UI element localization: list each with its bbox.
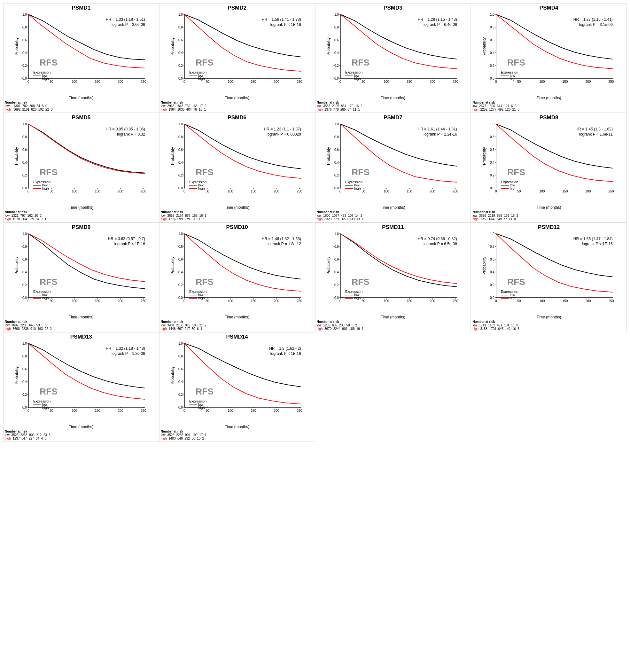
svg-text:high: high [198,296,205,300]
chart-psmd3: 0.0 0.2 0.4 0.6 0.8 1.0 0 50 100 150 [317,11,469,94]
svg-text:0.6: 0.6 [22,38,27,42]
svg-text:250: 250 [141,299,146,303]
svg-text:0.8: 0.8 [22,135,27,139]
svg-text:logrank P < 1E-16: logrank P < 1E-16 [270,22,301,27]
svg-text:200: 200 [118,409,123,412]
svg-text:0.4: 0.4 [178,380,183,384]
svg-text:0: 0 [184,190,186,193]
svg-text:RFS: RFS [40,277,57,287]
svg-text:Probability: Probability [170,366,175,384]
svg-text:100: 100 [227,190,233,193]
svg-text:50: 50 [517,80,521,83]
svg-text:150: 150 [250,190,256,193]
svg-text:logrank P = 6.4e-06: logrank P = 6.4e-06 [423,22,457,27]
svg-text:0.4: 0.4 [490,270,494,274]
svg-text:0.2: 0.2 [22,174,27,177]
svg-text:0.8: 0.8 [334,26,339,29]
svg-text:100: 100 [539,190,545,193]
svg-text:250: 250 [453,190,458,193]
svg-text:0: 0 [495,80,497,83]
svg-text:Probability: Probability [326,257,331,274]
svg-text:RFS: RFS [40,386,57,397]
panel-title-psmd6: PSMD6 [161,115,314,121]
svg-text:0.8: 0.8 [490,135,494,139]
svg-text:250: 250 [141,80,146,83]
svg-text:HR = 1.8 (1.62 - 2): HR = 1.8 (1.62 - 2) [269,346,301,351]
svg-text:HR = 1.32 (1.18 - 1.48): HR = 1.32 (1.18 - 1.48) [106,346,145,351]
svg-text:0.0: 0.0 [178,186,183,190]
svg-text:200: 200 [430,299,435,303]
svg-text:logrank P < 1E-16: logrank P < 1E-16 [582,242,613,246]
panel-title-psmd3: PSMD3 [317,5,469,11]
panel-psmd10: PSMD10 0.0 0.2 0.4 0.6 0.8 1.0 [159,222,315,332]
chart-psmd13: 0.0 0.2 0.4 0.6 0.8 1.0 0 50 100 150 [5,340,158,423]
panel-psmd8: PSMD8 0.0 0.2 0.4 0.6 0.8 1.0 [471,113,627,222]
svg-text:Probability: Probability [326,38,331,55]
svg-text:200: 200 [118,80,123,83]
svg-text:HR = 0.74 (0.66 - 0.82): HR = 0.74 (0.66 - 0.82) [417,237,457,241]
svg-text:0.2: 0.2 [334,174,339,177]
svg-text:high: high [510,296,516,300]
svg-text:0.6: 0.6 [490,38,494,42]
svg-text:logrank P = 0.32: logrank P = 0.32 [117,132,145,137]
svg-text:0.4: 0.4 [334,161,339,164]
panel-psmd13: PSMD13 0.0 0.2 0.4 0.6 0.8 1.0 [3,332,159,442]
svg-text:200: 200 [586,190,591,193]
svg-text:0.0: 0.0 [490,296,494,299]
svg-text:high: high [510,186,516,190]
svg-text:250: 250 [297,299,302,303]
svg-text:high: high [510,77,516,80]
svg-text:0.2: 0.2 [178,393,183,397]
svg-text:250: 250 [297,190,302,193]
svg-text:0.2: 0.2 [334,64,339,68]
svg-text:50: 50 [517,299,521,303]
panel-psmd1: PSMD1 0.0 0.2 0.4 0.6 0.8 1.0 [3,3,159,113]
svg-text:0.0: 0.0 [334,186,339,190]
svg-text:logrank P = 3.6e-06: logrank P = 3.6e-06 [112,22,145,27]
panel-title-psmd12: PSMD12 [472,224,625,231]
svg-text:0.4: 0.4 [22,380,27,384]
svg-text:RFS: RFS [196,277,214,287]
svg-text:RFS: RFS [507,277,525,287]
svg-text:0.8: 0.8 [178,26,183,29]
svg-text:0.6: 0.6 [178,367,183,371]
svg-text:0.2: 0.2 [490,174,494,177]
panel-title-psmd1: PSMD1 [5,5,158,11]
svg-text:150: 150 [562,190,568,193]
svg-text:200: 200 [118,190,123,193]
svg-text:100: 100 [539,299,545,303]
svg-text:100: 100 [384,80,389,83]
svg-text:200: 200 [586,299,591,303]
svg-text:1.0: 1.0 [178,342,183,345]
svg-text:0.0: 0.0 [334,77,339,80]
svg-text:150: 150 [95,190,100,193]
chart-psmd4: 0.0 0.2 0.4 0.6 0.8 1.0 0 50 100 150 [472,11,625,94]
svg-text:logrank P = 1.6e-11: logrank P = 1.6e-11 [579,132,613,137]
svg-text:0.4: 0.4 [22,270,27,274]
svg-text:0.2: 0.2 [490,64,494,68]
chart-psmd6: 0.0 0.2 0.4 0.6 0.8 1.0 0 50 100 150 [161,121,314,204]
svg-text:HR = 1.45 (1.3 - 1.62): HR = 1.45 (1.3 - 1.62) [576,127,613,131]
svg-text:0: 0 [184,80,186,83]
panel-psmd12: PSMD12 0.0 0.2 0.4 0.6 0.8 1.0 [471,222,627,332]
svg-text:100: 100 [72,190,77,193]
chart-psmd14: 0.0 0.2 0.4 0.6 0.8 1.0 0 50 100 150 [161,340,314,423]
svg-text:1.0: 1.0 [490,232,494,236]
chart-psmd11: 0.0 0.2 0.4 0.6 0.8 1.0 0 50 100 150 [317,231,469,314]
svg-text:250: 250 [609,80,614,83]
svg-text:high: high [198,186,205,190]
svg-text:0.4: 0.4 [490,51,494,55]
svg-text:150: 150 [95,299,100,303]
svg-text:0.0: 0.0 [178,77,183,80]
svg-text:50: 50 [362,299,365,303]
svg-text:0.8: 0.8 [334,245,339,248]
panel-title-psmd7: PSMD7 [317,115,469,121]
chart-psmd10: 0.0 0.2 0.4 0.6 0.8 1.0 0 50 100 150 [161,231,314,314]
svg-text:200: 200 [586,80,591,83]
svg-text:1.0: 1.0 [178,13,183,16]
svg-text:logrank P = 1.8e-12: logrank P = 1.8e-12 [268,242,301,246]
svg-text:0.2: 0.2 [22,64,27,68]
svg-text:high: high [354,296,361,300]
svg-text:250: 250 [453,299,458,303]
svg-text:100: 100 [384,190,389,193]
